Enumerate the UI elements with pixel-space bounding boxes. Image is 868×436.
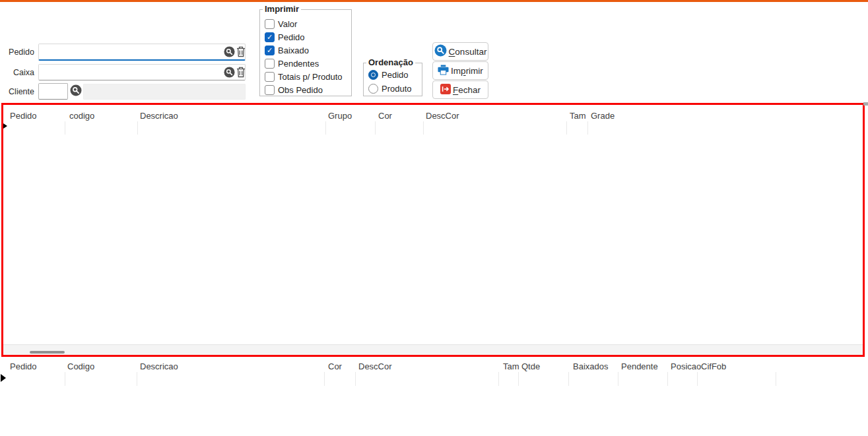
column-divider — [566, 121, 567, 135]
checkbox-row-pedido[interactable]: Pedido — [265, 30, 304, 44]
imprimir-button-label: Imprimir — [451, 66, 483, 76]
column-divider — [587, 121, 588, 135]
caixa-search-icon[interactable] — [224, 67, 235, 80]
orders-grid-col-codigo: codigo — [69, 111, 94, 121]
pendentes-checkbox[interactable] — [265, 59, 275, 69]
orders-grid-col-grade: Grade — [591, 111, 615, 121]
pedido-input[interactable] — [38, 44, 246, 61]
column-divider — [776, 372, 776, 386]
ordenacao-produto-radio[interactable] — [368, 84, 378, 94]
pedido-label: Pedido — [0, 47, 34, 57]
current-row-indicator-icon — [1, 374, 6, 382]
items-grid-col-posicao: Posicao — [671, 361, 701, 371]
items-grid-col-cor: Cor — [328, 361, 342, 371]
items-grid-col-desccor: DescCor — [358, 361, 392, 371]
valor-checkbox[interactable] — [265, 19, 275, 29]
orders-grid-col-cor: Cor — [378, 111, 392, 121]
items-grid-col-ciffob: CifFob — [701, 361, 726, 371]
window-top-accent-bar — [0, 0, 868, 2]
imprimir-groupbox: Imprimir Valor Pedido Baixado Pendentes … — [259, 9, 352, 96]
column-divider — [137, 372, 137, 386]
pedido-search-icon[interactable] — [224, 46, 235, 59]
scrollbar-thumb[interactable] — [30, 351, 65, 354]
pendentes-checkbox-label: Pendentes — [278, 59, 319, 69]
column-divider — [325, 121, 326, 135]
column-divider — [423, 121, 424, 135]
ordenacao-pedido-radio[interactable] — [368, 70, 378, 80]
items-grid-col-tam: Tam — [503, 361, 519, 371]
totais-checkbox[interactable] — [265, 72, 275, 82]
orders-grid: Pedido codigo Descricao Grupo Cor DescCo… — [1, 103, 865, 357]
cliente-name-readonly-field — [83, 84, 246, 100]
obs-pedido-checkbox-label: Obs Pedido — [278, 85, 323, 95]
checkbox-row-totais[interactable]: Totais p/ Produto — [265, 70, 343, 83]
imprimir-group-title: Imprimir — [263, 4, 301, 14]
items-grid-col-baixados: Baixados — [573, 361, 608, 371]
print-orders-window: Pedido Caixa Cliente Imprimir Valor Pedi… — [0, 0, 868, 436]
grid-corner-sliver — [863, 102, 868, 106]
search-icon — [434, 44, 447, 59]
orders-grid-col-grupo: Grupo — [328, 111, 352, 121]
orders-grid-col-descricao: Descricao — [140, 111, 178, 121]
checkbox-row-baixado[interactable]: Baixado — [265, 44, 309, 57]
ordenacao-group-title: Ordenação — [366, 57, 415, 67]
caixa-input[interactable] — [38, 64, 246, 80]
column-divider — [355, 372, 356, 386]
current-row-indicator-icon — [3, 123, 7, 129]
items-grid-col-pedido: Pedido — [10, 361, 36, 371]
orders-grid-col-tam: Tam — [570, 111, 586, 121]
radio-row-produto[interactable]: Produto — [368, 82, 412, 95]
baixado-checkbox[interactable] — [265, 46, 275, 55]
items-grid-col-pendente: Pendente — [621, 361, 658, 371]
column-divider — [375, 121, 376, 135]
baixado-checkbox-label: Baixado — [278, 46, 309, 55]
totais-checkbox-label: Totais p/ Produto — [278, 72, 343, 82]
imprimir-button[interactable]: Imprimir — [432, 61, 488, 80]
pedido-clear-trash-icon[interactable] — [236, 46, 246, 59]
column-divider — [65, 372, 65, 386]
orders-grid-horizontal-scrollbar[interactable] — [3, 344, 863, 355]
column-divider — [137, 121, 138, 135]
column-divider — [667, 372, 668, 386]
fechar-button[interactable]: Fechar — [432, 80, 488, 99]
column-divider — [498, 372, 499, 386]
column-divider — [618, 372, 618, 386]
orders-grid-col-desccor: DescCor — [426, 111, 459, 121]
pedido-checkbox-label: Pedido — [278, 32, 304, 42]
fechar-button-label: Fechar — [453, 85, 481, 95]
exit-icon — [440, 84, 451, 96]
ordenacao-produto-label: Produto — [382, 84, 412, 94]
caixa-clear-trash-icon[interactable] — [236, 67, 246, 80]
cliente-code-input[interactable] — [38, 83, 68, 100]
column-divider — [568, 372, 569, 386]
checkbox-row-obs-pedido[interactable]: Obs Pedido — [265, 83, 323, 96]
checkbox-row-pendentes[interactable]: Pendentes — [265, 57, 319, 70]
checkbox-row-valor[interactable]: Valor — [265, 17, 297, 30]
ordenacao-groupbox: Ordenação Pedido Produto — [363, 63, 422, 96]
consultar-button[interactable]: Consultar — [432, 42, 488, 61]
column-divider — [697, 372, 698, 386]
radio-row-pedido[interactable]: Pedido — [368, 68, 408, 81]
ordenacao-pedido-label: Pedido — [382, 70, 408, 80]
valor-checkbox-label: Valor — [278, 19, 297, 29]
pedido-checkbox[interactable] — [265, 32, 275, 42]
consultar-button-label: Consultar — [449, 47, 487, 57]
caixa-label: Caixa — [0, 68, 34, 77]
column-divider — [518, 372, 519, 386]
column-divider — [324, 372, 325, 386]
cliente-search-icon[interactable] — [70, 84, 82, 98]
items-grid-col-descricao: Descricao — [140, 361, 178, 371]
cliente-label: Cliente — [0, 87, 34, 96]
printer-icon — [438, 65, 449, 77]
obs-pedido-checkbox[interactable] — [265, 85, 275, 95]
items-grid-col-codigo: Codigo — [67, 361, 94, 371]
items-grid-col-qtde: Qtde — [521, 361, 540, 371]
column-divider — [65, 121, 65, 135]
orders-grid-col-pedido: Pedido — [10, 111, 36, 121]
